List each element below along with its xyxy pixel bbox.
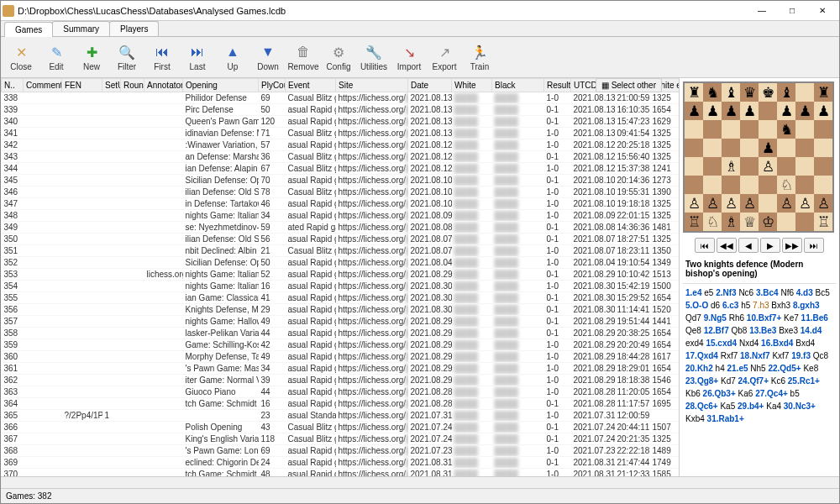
nav-next[interactable]: ▶▶	[782, 238, 802, 253]
square[interactable]	[777, 213, 795, 231]
square[interactable]: ♗	[722, 213, 740, 231]
square[interactable]: ♕	[740, 213, 759, 231]
square[interactable]: ♘	[777, 176, 795, 194]
square[interactable]	[795, 157, 814, 176]
table-row[interactable]: 352Sicilian Defense: Open50asual Rapid g…	[2, 257, 680, 269]
square[interactable]	[685, 157, 703, 176]
square[interactable]	[759, 194, 777, 213]
table-row[interactable]: 365?/2Pp4/1P1P1l123asual Standard gahttp…	[2, 410, 680, 422]
table-row[interactable]: 361's Pawn Game: Mason Va34asual Rapid g…	[2, 363, 680, 375]
col-comment[interactable]: Comment	[24, 79, 62, 92]
table-row[interactable]: 369eclined: Chigorin Defens24asual Rapid…	[2, 457, 680, 469]
square[interactable]	[685, 139, 703, 157]
square[interactable]	[703, 120, 722, 139]
square[interactable]	[685, 176, 703, 194]
square[interactable]: ♜	[814, 83, 832, 102]
table-row[interactable]: 348nights Game: Italian Va34asual Rapid …	[2, 210, 680, 222]
col-black[interactable]: Black	[492, 79, 544, 92]
table-row[interactable]: 351nbit Declined: Albin Cou21Casual Blit…	[2, 245, 680, 257]
square[interactable]	[759, 120, 777, 139]
square[interactable]: ♟	[703, 102, 722, 120]
table-row[interactable]: 349se: Nyezhmetdinov-Ross59ated Rapid ga…	[2, 222, 680, 234]
config-button[interactable]: ⚙Config	[322, 39, 355, 76]
col-n[interactable]: N..	[2, 79, 24, 92]
square[interactable]: ♟	[685, 102, 703, 120]
table-row[interactable]: 350ilian Defense: Old Sicilia56asual Rap…	[2, 234, 680, 245]
square[interactable]: ♟	[795, 102, 814, 120]
square[interactable]	[722, 176, 740, 194]
table-row[interactable]: 362iter Game: Normal Variat39asual Rapid…	[2, 375, 680, 386]
table-row[interactable]: 339Pirc Defense50asual Rapid gamhttps://…	[2, 104, 680, 116]
square[interactable]: ♞	[777, 120, 795, 139]
nav-first[interactable]: ⏮	[695, 238, 715, 253]
select-other-button[interactable]: ▦ Select other	[596, 78, 662, 92]
table-row[interactable]: 343an Defense: Marshall Ga36Casual Blitz…	[2, 151, 680, 163]
export-button[interactable]: ↗Export	[428, 39, 461, 76]
nav-last[interactable]: ⏭	[804, 238, 824, 253]
moves-list[interactable]: 1.e4 e5 2.Nf3 Nc6 3.Bc4 Nf6 4.d3 Bc5 5.O…	[683, 283, 836, 473]
square[interactable]: ♔	[759, 213, 777, 231]
col-ply[interactable]: PlyCount	[259, 79, 286, 92]
minimize-button[interactable]: —	[747, 3, 777, 19]
table-row[interactable]: 340Queen's Pawn Game120asual Rapid gamht…	[2, 116, 680, 128]
square[interactable]	[722, 120, 740, 139]
square[interactable]: ♙	[759, 157, 777, 176]
square[interactable]	[759, 102, 777, 120]
square[interactable]: ♟	[814, 102, 832, 120]
filter-button[interactable]: 🔍Filter	[110, 39, 144, 76]
table-row[interactable]: 355ian Game: Classical Varia41asual Rapi…	[2, 292, 680, 304]
square[interactable]: ♙	[777, 194, 795, 213]
square[interactable]: ♙	[722, 194, 740, 213]
col-annotator[interactable]: Annotator	[144, 79, 183, 92]
square[interactable]: ♙	[703, 194, 722, 213]
square[interactable]: ♟	[722, 102, 740, 120]
square[interactable]: ♘	[703, 213, 722, 231]
table-row[interactable]: 347in Defense: Tartakower46asual Rapid g…	[2, 198, 680, 210]
square[interactable]	[722, 139, 740, 157]
square[interactable]	[703, 176, 722, 194]
remove-button[interactable]: 🗑Remove	[286, 39, 320, 76]
square[interactable]	[777, 157, 795, 176]
col-round[interactable]: Round	[121, 79, 144, 92]
col-site[interactable]: Site	[336, 79, 408, 92]
table-row[interactable]: 368's Pawn Game: London S69asual Rapid g…	[2, 445, 680, 457]
tab-players[interactable]: Players	[109, 21, 159, 36]
square[interactable]	[814, 157, 832, 176]
square[interactable]	[759, 176, 777, 194]
new-button[interactable]: ✚New	[75, 39, 108, 76]
nav-prev[interactable]: ◀◀	[717, 238, 737, 253]
square[interactable]	[795, 83, 814, 102]
tab-summary[interactable]: Summary	[52, 21, 110, 36]
table-row[interactable]: 358lasker-Pelikan Variation,44asual Rapi…	[2, 328, 680, 339]
square[interactable]	[814, 120, 832, 139]
table-row[interactable]: 359Game: Schilling-Kostic G42asual Rapid…	[2, 339, 680, 351]
square[interactable]: ♛	[740, 83, 759, 102]
col-event[interactable]: Event	[286, 79, 336, 92]
square[interactable]	[814, 139, 832, 157]
square[interactable]: ♖	[814, 213, 832, 231]
square[interactable]: ♜	[685, 83, 703, 102]
horizontal-scrollbar[interactable]	[1, 476, 839, 488]
utilities-button[interactable]: 🔧Utilities	[357, 39, 391, 76]
tab-games[interactable]: Games	[4, 22, 53, 37]
square[interactable]	[740, 157, 759, 176]
import-button[interactable]: ↘Import	[392, 39, 426, 76]
square[interactable]: ♟	[740, 102, 759, 120]
square[interactable]: ♟	[759, 139, 777, 157]
square[interactable]: ♖	[685, 213, 703, 231]
table-row[interactable]: 364tch Game: Schmidt Varia16asual Rapid …	[2, 398, 680, 410]
table-row[interactable]: 370tch Game: Schmidt Varia48asual Rapid …	[2, 469, 680, 477]
nav-fwd[interactable]: ▶	[760, 238, 780, 253]
square[interactable]: ♚	[759, 83, 777, 102]
table-row[interactable]: 367King's English Variation,118Casual Bl…	[2, 433, 680, 445]
col-fen[interactable]: FEN	[62, 79, 102, 92]
table-row[interactable]: 344ian Defense: Alapin Varia67Casual Bli…	[2, 163, 680, 175]
square[interactable]: ♞	[703, 83, 722, 102]
train-button[interactable]: 🏃Train	[463, 39, 496, 76]
square[interactable]: ♙	[685, 194, 703, 213]
table-row[interactable]: 346ilian Defense: Old Sicilia78Casual Bl…	[2, 186, 680, 198]
square[interactable]	[740, 120, 759, 139]
nav-back[interactable]: ◀	[738, 238, 759, 253]
table-row[interactable]: 356Knights Defense, Moder29asual Rapid g…	[2, 304, 680, 316]
square[interactable]: ♟	[777, 102, 795, 120]
